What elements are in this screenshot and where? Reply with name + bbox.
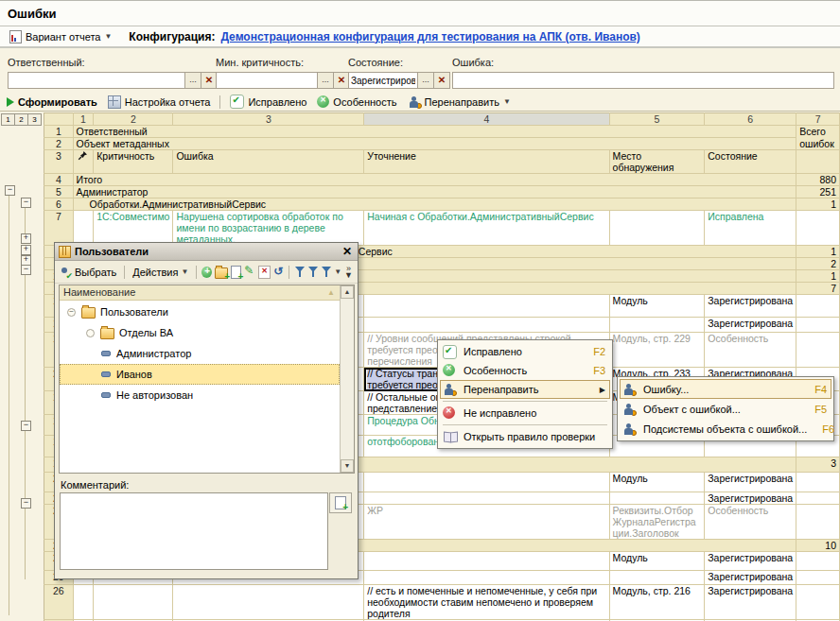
table-cell[interactable] bbox=[796, 505, 840, 540]
table-cell[interactable]: Ответственный bbox=[73, 126, 796, 138]
table-cell[interactable] bbox=[796, 318, 840, 333]
column-header-5[interactable]: 5 bbox=[609, 113, 705, 126]
users-window-titlebar[interactable]: Пользователи ✕ bbox=[55, 243, 358, 261]
column-header-3[interactable]: 3 bbox=[173, 113, 364, 126]
row-number[interactable]: 5 bbox=[44, 186, 74, 198]
column-header-6[interactable]: 6 bbox=[705, 113, 796, 126]
row-number[interactable]: 2 bbox=[44, 138, 74, 150]
table-cell[interactable]: Зарегистрирована bbox=[705, 492, 796, 505]
table-cell[interactable]: Администратор bbox=[73, 186, 796, 198]
table-cell[interactable]: Критичность bbox=[94, 150, 173, 174]
row-number[interactable]: 26 bbox=[44, 585, 74, 620]
table-cell[interactable] bbox=[173, 585, 364, 620]
table-cell[interactable]: Нарушена сортировка обработок по имени п… bbox=[173, 211, 364, 246]
collapse-icon[interactable]: − bbox=[21, 498, 31, 509]
add-button[interactable] bbox=[201, 267, 212, 278]
table-cell[interactable]: Зарегистрирована bbox=[705, 318, 796, 333]
row-number[interactable]: 1 bbox=[44, 126, 74, 138]
table-cell[interactable]: Начиная с Обработки.АдминистративныйСерв… bbox=[364, 211, 609, 246]
responsible-ellipsis-button[interactable]: ... bbox=[185, 72, 201, 89]
table-cell[interactable]: Зарегистрирована bbox=[705, 552, 796, 571]
error-filter-input[interactable] bbox=[452, 72, 834, 89]
copy-button[interactable] bbox=[231, 266, 241, 279]
tree-expander-icon[interactable] bbox=[85, 328, 96, 338]
table-cell[interactable]: Уточнение bbox=[364, 150, 609, 174]
table-cell[interactable]: Объект метаданных bbox=[73, 138, 796, 150]
submenu-item-0[interactable]: Ошибку...F4 bbox=[620, 379, 831, 399]
config-link[interactable]: Демонстрационная конфигурация для тестир… bbox=[220, 30, 639, 43]
tree-item-Пользователи[interactable]: −Пользователи bbox=[60, 302, 340, 322]
column-header-2[interactable]: 2 bbox=[94, 113, 173, 126]
collapse-icon[interactable]: − bbox=[5, 185, 15, 196]
fixed-button[interactable]: Исправлено bbox=[227, 95, 309, 109]
table-cell[interactable]: Реквизиты.ОтборЖурналаРегистрации.Заголо… bbox=[609, 505, 705, 540]
column-header-4[interactable]: 4 bbox=[364, 113, 609, 126]
table-cell[interactable] bbox=[364, 295, 609, 318]
context-menu-item-2[interactable]: Перенаправить▶ bbox=[440, 380, 610, 399]
scroll-down-icon[interactable]: ▼ bbox=[341, 459, 354, 473]
table-cell[interactable]: ЖР bbox=[364, 505, 609, 540]
table-cell[interactable] bbox=[609, 492, 705, 505]
expand-icon[interactable]: + bbox=[21, 233, 31, 244]
table-cell[interactable] bbox=[796, 585, 840, 620]
table-cell[interactable]: Модуль, стр. 229 bbox=[609, 333, 705, 368]
table-cell[interactable] bbox=[94, 585, 173, 620]
row-number[interactable]: 7 bbox=[44, 211, 74, 246]
comment-add-button[interactable] bbox=[329, 492, 352, 513]
table-cell[interactable]: Модуль bbox=[609, 473, 705, 492]
table-cell[interactable] bbox=[364, 318, 609, 333]
criticality-filter-input[interactable] bbox=[216, 72, 318, 89]
collapse-icon[interactable]: − bbox=[21, 265, 31, 275]
filter-set-button[interactable] bbox=[294, 266, 305, 278]
state-filter-input[interactable] bbox=[348, 72, 418, 89]
table-cell[interactable] bbox=[796, 492, 840, 505]
row-number[interactable]: 4 bbox=[44, 174, 74, 186]
state-clear-button[interactable]: ✕ bbox=[434, 72, 450, 89]
table-cell[interactable]: 880 bbox=[796, 174, 840, 186]
table-cell[interactable]: Место обнаружения bbox=[609, 150, 705, 174]
redirect-button[interactable]: Перенаправить ▼ bbox=[405, 95, 514, 109]
tree-expander-icon[interactable]: − bbox=[66, 307, 77, 318]
context-menu-item-4[interactable]: Не исправлено bbox=[440, 404, 610, 423]
toolbar-overflow-button[interactable]: »▼ bbox=[344, 266, 355, 279]
table-cell[interactable]: Состояние bbox=[705, 150, 796, 174]
feature-button[interactable]: Особенность bbox=[314, 95, 399, 108]
table-cell[interactable] bbox=[796, 473, 840, 492]
tree-item-Не авторизован[interactable]: Не авторизован bbox=[60, 385, 340, 405]
name-column-header[interactable]: Наименование ▲ bbox=[60, 285, 354, 301]
criticality-ellipsis-button[interactable]: ... bbox=[318, 72, 334, 89]
submenu-item-2[interactable]: Подсистемы объекта с ошибкой...F6 bbox=[620, 419, 831, 439]
outline-level-button-1[interactable]: 1 bbox=[1, 113, 15, 126]
table-cell[interactable]: Всего bbox=[796, 126, 840, 138]
context-menu-item-6[interactable]: Открыть правило проверки bbox=[440, 427, 610, 446]
edit-button[interactable] bbox=[244, 266, 255, 278]
table-cell[interactable] bbox=[73, 585, 94, 620]
collapse-icon[interactable]: − bbox=[21, 421, 31, 431]
table-cell[interactable] bbox=[609, 211, 705, 246]
pin-icon[interactable] bbox=[73, 150, 94, 174]
add-group-button[interactable] bbox=[215, 267, 228, 279]
generate-button[interactable]: Сформировать bbox=[4, 96, 100, 108]
table-cell[interactable]: Модуль bbox=[609, 552, 705, 571]
table-cell[interactable] bbox=[796, 150, 840, 174]
table-cell[interactable]: Зарегистрирована bbox=[705, 295, 796, 318]
table-cell[interactable] bbox=[796, 333, 840, 368]
table-cell[interactable]: 1 bbox=[796, 246, 840, 258]
table-cell[interactable]: 1С:Совместимо bbox=[94, 211, 173, 246]
table-cell[interactable]: 1 bbox=[796, 198, 840, 211]
table-cell[interactable] bbox=[364, 571, 609, 585]
filter-menu-button[interactable] bbox=[321, 266, 331, 278]
table-cell[interactable] bbox=[609, 571, 705, 585]
column-header-7[interactable]: 7 bbox=[796, 113, 840, 126]
table-cell[interactable]: // есть и помеченные и непомеченные, у с… bbox=[364, 585, 609, 620]
table-cell[interactable] bbox=[364, 552, 609, 571]
close-icon[interactable]: ✕ bbox=[341, 247, 354, 257]
state-ellipsis-button[interactable]: ... bbox=[418, 72, 434, 89]
table-cell[interactable]: 251 bbox=[796, 186, 840, 198]
submenu-item-1[interactable]: Объект с ошибкой...F5 bbox=[620, 399, 831, 419]
table-cell[interactable]: 10 bbox=[796, 540, 840, 552]
table-cell[interactable] bbox=[364, 473, 609, 492]
select-button[interactable]: Выбрать bbox=[58, 266, 119, 279]
table-cell[interactable]: Обработки.АдминистративныйСервис bbox=[73, 198, 796, 211]
table-cell[interactable]: Особенность bbox=[705, 333, 796, 368]
